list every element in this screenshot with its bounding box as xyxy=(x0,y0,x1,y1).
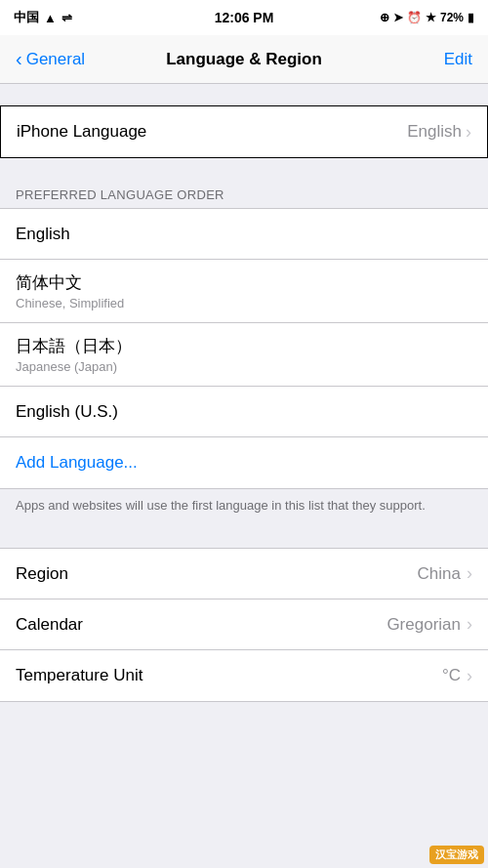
temperature-label: Temperature Unit xyxy=(16,666,142,685)
back-chevron-icon: ‹ xyxy=(16,49,22,68)
add-language-label[interactable]: Add Language... xyxy=(16,453,138,473)
iphone-language-label: iPhone Language xyxy=(17,122,146,142)
calendar-label: Calendar xyxy=(16,615,83,635)
region-chevron-icon: › xyxy=(467,563,472,584)
calendar-chevron-icon: › xyxy=(467,614,472,635)
language-item-japanese[interactable]: 日本語（日本） Japanese (Japan) xyxy=(0,323,488,387)
region-label: Region xyxy=(16,564,68,584)
region-cell[interactable]: Region China › xyxy=(0,549,488,599)
calendar-value: Gregorian xyxy=(386,615,461,635)
temperature-cell[interactable]: Temperature Unit °C › xyxy=(0,650,488,701)
language-item-english-us[interactable]: English (U.S.) xyxy=(0,387,488,437)
status-left: 中国 ▲ ⇌ xyxy=(14,9,72,26)
iphone-language-value-text: English xyxy=(407,122,462,142)
language-primary-japanese: 日本語（日本） xyxy=(16,335,472,357)
signal-icon: ▲ xyxy=(44,11,57,25)
region-group: Region China › Calendar Gregorian › Temp… xyxy=(0,548,488,702)
edit-button[interactable]: Edit xyxy=(444,50,472,69)
alarm-icon: ⏰ xyxy=(407,11,422,24)
gap-2 xyxy=(0,158,488,180)
chevron-right-icon: › xyxy=(466,122,471,143)
language-secondary-chinese: Chinese, Simplified xyxy=(16,296,472,310)
status-right: ⊕ ➤ ⏰ ★ 72% ▮ xyxy=(380,11,474,24)
status-bar: 中国 ▲ ⇌ 12:06 PM ⊕ ➤ ⏰ ★ 72% ▮ xyxy=(0,0,488,35)
region-value: China xyxy=(418,564,461,584)
status-time: 12:06 PM xyxy=(215,10,274,25)
watermark: 汉宝游戏 xyxy=(429,846,484,864)
gap-1 xyxy=(0,84,488,105)
battery-text: 72% xyxy=(440,11,464,24)
gap-3 xyxy=(0,526,488,548)
nav-bar: ‹ General Language & Region Edit xyxy=(0,35,488,84)
calendar-cell[interactable]: Calendar Gregorian › xyxy=(0,599,488,650)
preferred-language-header: PREFERRED LANGUAGE ORDER xyxy=(0,180,488,208)
iphone-language-group: iPhone Language English › xyxy=(0,105,488,158)
add-language-cell[interactable]: Add Language... xyxy=(0,437,488,488)
language-info-text: Apps and websites will use the first lan… xyxy=(0,489,488,526)
location-icon: ➤ xyxy=(393,11,403,24)
back-button[interactable]: ‹ General xyxy=(16,50,85,69)
temperature-chevron-icon: › xyxy=(467,666,472,686)
language-item-chinese[interactable]: 简体中文 Chinese, Simplified xyxy=(0,260,488,323)
iphone-language-cell[interactable]: iPhone Language English › xyxy=(1,106,487,157)
page-title: Language & Region xyxy=(166,50,322,69)
language-secondary-japanese: Japanese (Japan) xyxy=(16,359,472,374)
region-value-group: China › xyxy=(418,563,472,584)
battery-icon: ▮ xyxy=(468,11,474,24)
temperature-value-group: °C › xyxy=(442,666,472,686)
bluetooth-icon: ★ xyxy=(426,11,436,24)
wifi-icon: ⇌ xyxy=(61,11,72,25)
iphone-language-value: English › xyxy=(407,122,471,143)
language-primary-english-us: English (U.S.) xyxy=(16,402,472,422)
language-list-group: English 简体中文 Chinese, Simplified 日本語（日本）… xyxy=(0,208,488,489)
at-icon: ⊕ xyxy=(380,11,389,24)
calendar-value-group: Gregorian › xyxy=(386,614,472,635)
back-label[interactable]: General xyxy=(26,50,85,69)
temperature-value: °C xyxy=(442,666,461,685)
carrier-text: 中国 xyxy=(14,9,39,26)
language-item-english[interactable]: English xyxy=(0,209,488,260)
language-primary-english: English xyxy=(16,225,472,244)
language-primary-chinese: 简体中文 xyxy=(16,271,472,294)
